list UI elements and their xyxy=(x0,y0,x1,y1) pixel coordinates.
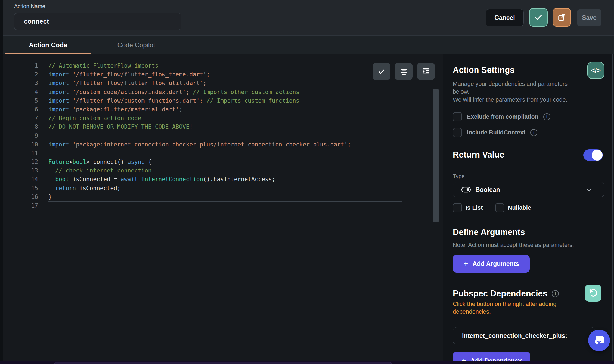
save-label: Save xyxy=(582,14,597,21)
return-type-dropdown[interactable]: Boolean xyxy=(453,182,604,197)
current-line-highlight xyxy=(48,201,402,210)
dependency-input[interactable]: internet_connection_checker_plus: xyxy=(453,327,595,344)
include-buildcontext-row: Include BuildContext i xyxy=(453,128,537,137)
code-line: 11 xyxy=(3,149,443,158)
code-line: 14 bool isConnected = await InternetConn… xyxy=(3,175,443,184)
chat-bubble-icon xyxy=(593,335,605,346)
add-arguments-button[interactable]: + Add Arguments xyxy=(453,255,530,273)
action-settings-title: Action Settings xyxy=(453,65,514,75)
scrollbar-divider xyxy=(433,137,439,137)
exclude-compilation-row: Exclude from compilation i xyxy=(453,112,550,121)
is-list-checkbox[interactable] xyxy=(453,203,462,212)
code-line: 9 xyxy=(3,131,443,140)
action-name-value: connect xyxy=(24,18,49,25)
action-settings-panel: </> Action Settings Manage your dependen… xyxy=(443,54,614,361)
code-line: 6import 'package:flutter/material.dart'; xyxy=(3,105,443,114)
include-buildcontext-label: Include BuildContext xyxy=(467,129,525,136)
check-icon xyxy=(534,13,543,22)
code-icon: </> xyxy=(591,67,601,74)
custom-action-editor-modal: Action Name connect Cancel Save xyxy=(0,0,614,364)
action-name-input[interactable]: connect xyxy=(14,13,181,30)
info-icon[interactable]: i xyxy=(530,129,537,136)
code-line: 16} xyxy=(3,193,443,201)
format-indent-icon xyxy=(422,67,430,76)
external-link-icon xyxy=(557,13,566,22)
refresh-icon xyxy=(588,288,598,298)
tab-code-copilot-label: Code Copilot xyxy=(117,41,155,49)
info-icon[interactable]: i xyxy=(543,113,550,120)
toggle-knob xyxy=(592,150,603,161)
code-line: 5import '/flutter_flow/custom_functions.… xyxy=(3,96,443,105)
cancel-label: Cancel xyxy=(494,14,515,21)
tab-code-copilot[interactable]: Code Copilot xyxy=(95,36,177,55)
code-editor[interactable]: 1// Automatic FlutterFlow imports2import… xyxy=(3,54,443,361)
tab-action-code-label: Action Code xyxy=(29,41,67,49)
tab-bar: Action Code Code Copilot xyxy=(3,35,614,54)
plus-icon: + xyxy=(461,357,466,361)
view-code-button[interactable]: </> xyxy=(587,62,604,79)
code-line: 12Future<bool> connect() async { xyxy=(3,158,443,166)
code-lines: 1// Automatic FlutterFlow imports2import… xyxy=(3,61,443,210)
code-line: 3import '/flutter_flow/flutter_flow_util… xyxy=(3,79,443,87)
return-value-toggle[interactable] xyxy=(583,149,603,161)
define-arguments-note: Note: Action must accept these as parame… xyxy=(453,241,594,249)
pubspec-header-row: Pubspec Dependencies i xyxy=(453,289,559,299)
open-external-button[interactable] xyxy=(553,8,571,27)
code-line: 13 // check internet connection xyxy=(3,166,443,175)
validate-code-button[interactable] xyxy=(373,63,390,80)
check-icon xyxy=(377,67,386,76)
format-align-icon xyxy=(400,67,408,76)
type-label: Type xyxy=(453,173,464,180)
apply-check-button[interactable] xyxy=(529,8,548,27)
pubspec-title: Pubspec Dependencies xyxy=(453,289,547,299)
nullable-checkbox[interactable] xyxy=(495,203,504,212)
code-line: 8// DO NOT REMOVE OR MODIFY THE CODE ABO… xyxy=(3,123,443,131)
add-dependency-label: Add Dependency xyxy=(470,357,522,362)
boolean-toggle-icon xyxy=(461,186,471,193)
code-line: 4import '/custom_code/actions/index.dart… xyxy=(3,88,443,96)
pubspec-warning-text: Click the button on the right after addi… xyxy=(453,300,572,316)
list-nullable-row: Is List Nullable xyxy=(453,203,531,212)
top-bar: Action Name connect Cancel Save xyxy=(3,0,614,35)
include-buildcontext-checkbox[interactable] xyxy=(453,128,462,137)
format-code-button[interactable] xyxy=(395,63,413,80)
save-button[interactable]: Save xyxy=(577,9,601,26)
settings-description-2: We will infer the parameters from your c… xyxy=(453,96,576,104)
support-chat-button[interactable] xyxy=(588,330,610,351)
editor-scrollbar-thumb[interactable] xyxy=(433,89,439,222)
is-list-label: Is List xyxy=(466,204,483,211)
info-icon[interactable]: i xyxy=(552,290,559,297)
plus-icon: + xyxy=(463,260,468,268)
settings-description-1: Manage your dependencies and parameters … xyxy=(453,80,576,96)
nullable-label: Nullable xyxy=(508,204,531,211)
dependency-value: internet_connection_checker_plus: xyxy=(462,332,567,340)
action-name-label: Action Name xyxy=(14,3,45,10)
text-cursor xyxy=(49,202,49,209)
background-window-edge xyxy=(54,362,392,364)
panel-scrollbar[interactable] xyxy=(612,54,613,361)
code-line: 10import 'package:internet_connection_ch… xyxy=(3,140,443,149)
return-type-value: Boolean xyxy=(475,186,500,193)
code-line: 15 return isConnected; xyxy=(3,184,443,193)
define-arguments-title: Define Arguments xyxy=(453,227,525,237)
exclude-compilation-label: Exclude from compilation xyxy=(467,114,538,120)
exclude-compilation-checkbox[interactable] xyxy=(453,112,462,121)
cancel-button[interactable]: Cancel xyxy=(486,9,524,26)
indent-code-button[interactable] xyxy=(417,63,435,80)
code-line: 7// Begin custom action code xyxy=(3,114,443,123)
refresh-dependencies-button[interactable] xyxy=(585,285,601,302)
tab-action-code[interactable]: Action Code xyxy=(5,36,91,55)
indent-guide xyxy=(49,166,49,193)
return-value-title: Return Value xyxy=(453,150,504,160)
background-app-strip xyxy=(0,361,614,364)
add-dependency-button[interactable]: + Add Dependency xyxy=(453,352,530,361)
chevron-down-icon xyxy=(585,186,593,193)
add-arguments-label: Add Arguments xyxy=(472,260,519,268)
